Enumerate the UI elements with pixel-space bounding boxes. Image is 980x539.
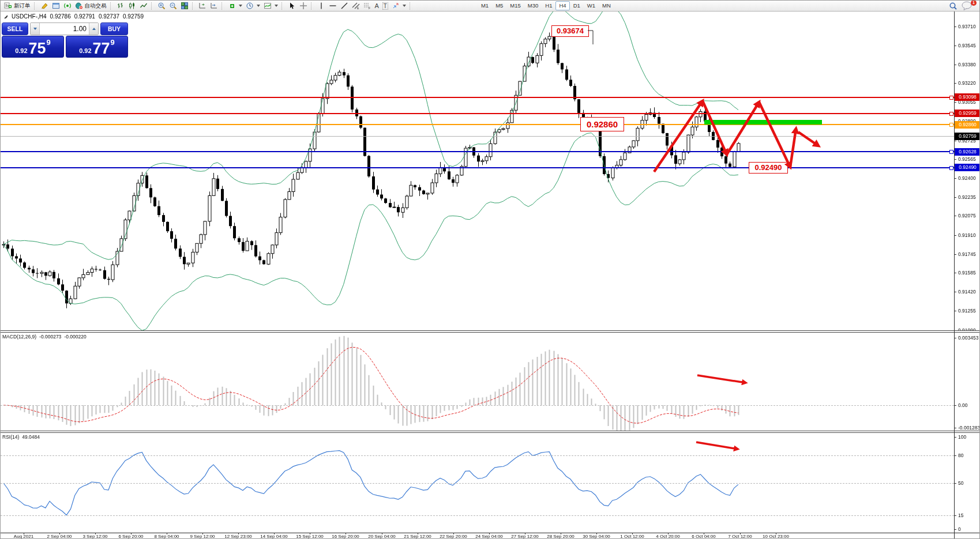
chat-icon[interactable]: 1 <box>962 1 974 10</box>
shift-chart-icon <box>198 2 206 10</box>
window-button[interactable] <box>50 1 62 10</box>
panel-separator[interactable] <box>1 330 979 333</box>
crosshair-button[interactable] <box>298 1 309 10</box>
volume-decrease-button[interactable] <box>31 23 40 35</box>
timeframe-button-H1[interactable]: H1 <box>542 1 555 10</box>
price-tick-label: 0.93380 <box>958 62 976 67</box>
macd-label-row: MACD(12,26,9) -0.000273 -0.000220 <box>2 334 87 340</box>
panel-separator[interactable] <box>1 431 979 433</box>
sell-button[interactable]: SELL <box>2 22 28 35</box>
tile-windows-button[interactable] <box>179 1 190 10</box>
timeframe-button-M5[interactable]: M5 <box>492 1 506 10</box>
timeframe-toolbar: M1M5M15M30H1H4D1W1MN <box>478 1 614 10</box>
auto-scroll-button[interactable] <box>208 1 220 10</box>
bar-chart-button[interactable] <box>115 1 126 10</box>
highlighter-icon <box>40 2 48 10</box>
fibonacci-icon: F <box>363 2 371 10</box>
price-tick-label: 0.92075 <box>958 213 976 218</box>
chevron-down-icon <box>275 5 278 7</box>
time-label: 6 Oct 04:00 <box>692 534 715 539</box>
horizontal-line-0.92959[interactable] <box>1 113 954 114</box>
time-label: 9 Sep 12:00 <box>190 534 215 539</box>
mt4-window: 0.937100.935450.933800.932200.930550.928… <box>0 0 980 539</box>
rsi-level-80 <box>1 455 954 456</box>
label-tool-button[interactable]: T <box>381 1 390 10</box>
new-order-button[interactable]: 新订单 <box>2 1 32 10</box>
horizontal-line-0.93098[interactable] <box>1 97 954 98</box>
horizontal-line-icon <box>329 2 337 10</box>
toolbar-separator <box>410 2 412 10</box>
main-toolbar: 新订单 自动交易 <box>1 1 979 12</box>
vertical-line-button[interactable] <box>316 1 327 10</box>
autotrading-icon <box>75 2 83 10</box>
shapes-icon <box>392 2 400 10</box>
shapes-button[interactable] <box>390 1 408 10</box>
line-anchor-square <box>949 96 953 100</box>
fibonacci-button[interactable]: F <box>362 1 373 10</box>
price-chart-canvas[interactable] <box>1 1 980 539</box>
line-anchor-square <box>949 112 953 116</box>
highlighter-button[interactable] <box>39 1 50 10</box>
new-chart-button[interactable] <box>226 1 244 10</box>
horizontal-line-0.92759[interactable] <box>1 136 954 137</box>
price-callout-0.92490[interactable]: 0.92490 <box>749 162 788 174</box>
search-icon[interactable] <box>949 2 957 10</box>
cursor-icon <box>288 2 296 10</box>
notification-badge: 1 <box>971 0 977 6</box>
price-tick-label: 0.92400 <box>958 175 976 181</box>
periods-button[interactable] <box>244 1 262 10</box>
new-chart-icon <box>228 2 236 10</box>
channel-button[interactable]: E <box>350 1 362 10</box>
text-tool-button[interactable]: A <box>373 1 381 10</box>
candlestick-button[interactable] <box>126 1 138 10</box>
volume-input[interactable] <box>40 24 89 33</box>
price-tick-label: 0.93545 <box>958 43 976 48</box>
indicators-button[interactable] <box>262 1 280 10</box>
horizontal-line-button[interactable] <box>327 1 339 10</box>
price-callout-0.92860[interactable]: 0.92860 <box>580 117 624 131</box>
new-order-label: 新订单 <box>14 2 31 10</box>
chevron-down-icon <box>403 5 406 7</box>
price-label-0.92759: 0.92759 <box>955 133 980 140</box>
timeframe-button-MN[interactable]: MN <box>599 1 614 10</box>
tile-windows-icon <box>181 2 189 10</box>
price-callout-0.93674[interactable]: 0.93674 <box>551 25 589 37</box>
text-tool-icon: A <box>375 2 379 9</box>
price-tick-label: 0.91255 <box>958 308 976 314</box>
toolbar-separator <box>151 2 154 10</box>
timeframe-button-M15[interactable]: M15 <box>506 1 524 10</box>
shift-chart-button[interactable] <box>197 1 208 10</box>
svg-text:F: F <box>369 6 370 10</box>
signal-button[interactable] <box>62 1 73 10</box>
horizontal-line-0.92628[interactable] <box>1 151 954 152</box>
trendline-button[interactable] <box>339 1 350 10</box>
buy-button[interactable]: BUY <box>100 22 128 35</box>
timeframe-button-M30[interactable]: M30 <box>524 1 542 10</box>
timeframe-button-M1[interactable]: M1 <box>478 1 492 10</box>
time-label: 6 Sep 20:00 <box>118 534 143 539</box>
toolbar-separator <box>281 2 284 10</box>
buy-price-panel[interactable]: 0.92 77 9 <box>66 36 128 58</box>
time-label: 20 Sep 04:00 <box>368 534 396 539</box>
signal-icon <box>63 2 72 10</box>
zoom-out-button[interactable] <box>167 1 179 10</box>
chevron-down-icon <box>257 5 260 7</box>
price-tick-label: 0.91910 <box>958 232 976 238</box>
timeframe-button-D1[interactable]: D1 <box>570 1 584 10</box>
timeframe-button-H4[interactable]: H4 <box>555 1 569 10</box>
symbol-marker-icon <box>3 14 8 19</box>
sell-price-panel[interactable]: 0.92 75 9 <box>2 36 64 58</box>
zoom-in-button[interactable] <box>156 1 167 10</box>
macd-value1: -0.000273 <box>39 334 61 340</box>
cursor-button[interactable] <box>286 1 298 10</box>
autotrading-button[interactable]: 自动交易 <box>73 1 108 10</box>
rectangle-object[interactable] <box>704 120 822 125</box>
time-label: 24 Sep 04:00 <box>475 534 503 539</box>
horizontal-line-0.92490[interactable] <box>1 167 954 168</box>
volume-increase-button[interactable] <box>89 23 98 35</box>
time-label: 4 Oct 20:00 <box>656 534 679 539</box>
time-label: 30 Sep 04:00 <box>583 534 610 539</box>
timeframe-button-W1[interactable]: W1 <box>584 1 599 10</box>
time-label: 22 Sep 20:00 <box>440 534 467 539</box>
line-chart-button[interactable] <box>138 1 149 10</box>
